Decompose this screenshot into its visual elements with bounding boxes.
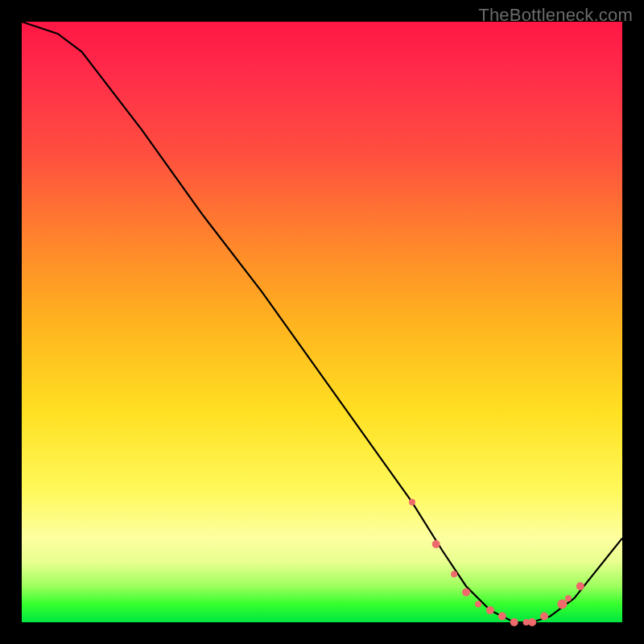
watermark-text: TheBottleneck.com [478,5,633,26]
bottleneck-curve [22,22,622,622]
curve-marker [576,582,584,590]
curve-marker [540,613,548,621]
curve-marker [475,601,481,608]
curve-marker [557,600,567,609]
curve-marker [432,540,440,548]
curve-markers [409,499,584,626]
chart-plot-area [22,22,622,622]
curve-marker [498,613,506,621]
curve-marker [451,571,457,577]
curve-marker [510,618,518,626]
curve-marker [528,618,536,626]
curve-marker [409,499,415,506]
curve-marker [462,588,470,597]
chart-frame: TheBottleneck.com [0,0,644,644]
curve-marker [486,606,494,614]
chart-svg [22,22,622,622]
curve-marker [565,595,572,601]
